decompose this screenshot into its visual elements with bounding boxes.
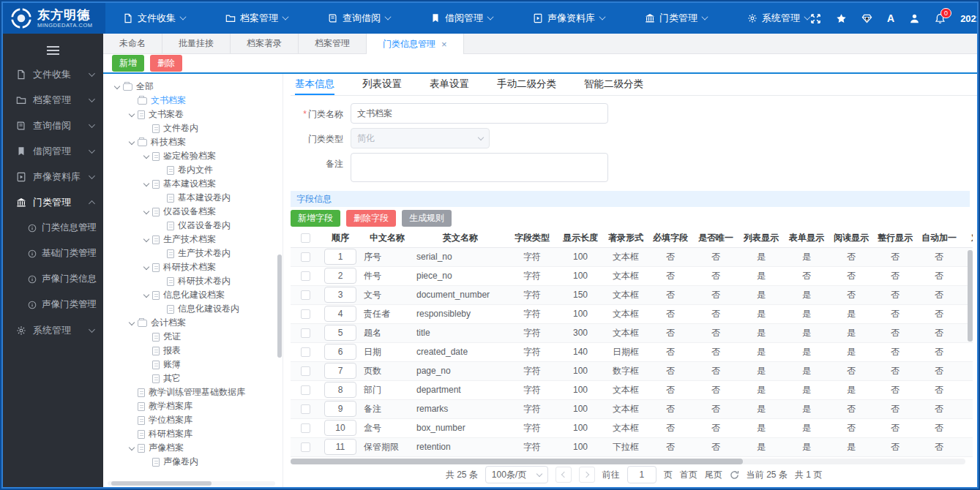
row-checkbox[interactable]	[301, 309, 310, 319]
row-checkbox[interactable]	[301, 385, 310, 395]
order-input[interactable]: 3	[324, 287, 356, 303]
row-checkbox[interactable]	[301, 271, 310, 281]
tree-node[interactable]: 信息化建设卷内	[106, 302, 275, 316]
tab-close-icon[interactable]: ×	[441, 39, 447, 49]
tab-batch-attach[interactable]: 批量挂接	[162, 34, 231, 53]
tree-node[interactable]: 生产技术档案	[106, 233, 275, 246]
sidebar-item-query-borrow[interactable]: 查询借阅	[3, 113, 103, 138]
add-button[interactable]: 新增	[112, 55, 144, 72]
tree-caret-icon[interactable]	[143, 236, 150, 244]
order-input[interactable]: 6	[324, 344, 356, 360]
page-size-select[interactable]: 100条/页	[485, 466, 548, 483]
add-field-button[interactable]: 新增字段	[291, 210, 340, 227]
row-checkbox[interactable]	[301, 290, 310, 300]
order-input[interactable]: 4	[324, 306, 356, 322]
sidebar-item-file-collect[interactable]: 文件收集	[3, 61, 103, 87]
row-checkbox[interactable]	[301, 423, 310, 433]
tree-caret-icon[interactable]	[143, 153, 150, 160]
tab-manual-subclass[interactable]: 手动二级分类	[497, 74, 556, 95]
tree-node[interactable]: 科研档案库	[106, 427, 275, 441]
first-page-link[interactable]: 首页	[680, 469, 697, 481]
tree-node[interactable]: 凭证	[106, 330, 275, 344]
tree-node[interactable]: 教学档案库	[106, 399, 275, 413]
tree-node[interactable]: 声像档案	[106, 441, 275, 455]
sidebar-item-category-manage[interactable]: 门类管理	[3, 189, 103, 215]
table-vertical-scrollbar[interactable]	[968, 248, 973, 457]
tree-node[interactable]: 文书档案	[106, 94, 275, 108]
tree-node[interactable]: 科研技术档案	[106, 260, 275, 274]
generate-rule-button[interactable]: 生成规则	[402, 210, 452, 227]
tree-node[interactable]: 科研技术卷内	[106, 274, 275, 288]
tree-node[interactable]: 仪器设备卷内	[106, 219, 275, 233]
tree-node[interactable]: 声像卷内	[106, 455, 275, 469]
tab-archive-catalog[interactable]: 档案著录	[231, 34, 299, 53]
tab-unnamed[interactable]: 未命名	[103, 34, 162, 53]
tab-form-settings[interactable]: 表单设置	[430, 74, 469, 95]
order-input[interactable]: 10	[324, 420, 356, 436]
tree-caret-icon[interactable]	[143, 292, 150, 299]
topnav-file-collect[interactable]: 文件收集	[123, 12, 186, 25]
sidebar-item-system-manage[interactable]: 系统管理	[3, 317, 103, 343]
topnav-query-borrow[interactable]: 查询借阅	[328, 12, 391, 25]
tab-archive-manage[interactable]: 档案管理	[299, 34, 367, 53]
tree-node[interactable]: 文件卷内	[106, 121, 275, 135]
table-horizontal-scrollbar[interactable]	[291, 459, 965, 464]
tab-list-settings[interactable]: 列表设置	[362, 74, 402, 95]
tree-caret-icon[interactable]	[128, 445, 135, 452]
order-input[interactable]: 5	[324, 325, 356, 341]
row-checkbox[interactable]	[301, 366, 310, 376]
tree-node[interactable]: 账簿	[106, 358, 275, 372]
category-type-select[interactable]: 简化	[351, 128, 490, 148]
tree-node[interactable]: 信息化建设档案	[106, 288, 275, 302]
gem-icon[interactable]	[861, 13, 872, 24]
fullscreen-icon[interactable]	[810, 13, 821, 24]
row-checkbox[interactable]	[301, 328, 310, 338]
tree-node[interactable]: 会计档案	[106, 316, 275, 330]
order-input[interactable]: 7	[324, 363, 356, 379]
delete-button[interactable]: 删除	[150, 55, 182, 72]
select-all-checkbox[interactable]	[301, 233, 310, 243]
tree-node[interactable]: 学位档案库	[106, 413, 275, 427]
notifications[interactable]: 0	[935, 13, 946, 24]
order-input[interactable]: 8	[324, 382, 356, 398]
tree-node[interactable]: 基本建设卷内	[106, 191, 275, 205]
page-number-input[interactable]	[627, 466, 657, 483]
tree-node[interactable]: 仪器设备档案	[106, 205, 275, 219]
tree-caret-icon[interactable]	[143, 208, 150, 216]
tree-node[interactable]: 文书案卷	[106, 108, 275, 121]
tree-node[interactable]: 基本建设档案	[106, 177, 275, 191]
font-size-icon[interactable]: A	[887, 13, 894, 24]
order-input[interactable]: 11	[324, 439, 356, 455]
order-input[interactable]: 9	[324, 401, 356, 417]
row-checkbox[interactable]	[301, 347, 310, 357]
tree-node[interactable]: 卷内文件	[106, 163, 275, 177]
refresh-icon[interactable]	[730, 470, 739, 480]
tree-caret-icon[interactable]	[128, 320, 135, 327]
order-input[interactable]: 2	[324, 268, 356, 284]
topnav-media-library[interactable]: 声像资料库	[533, 12, 605, 25]
sidebar-item-borrow-manage[interactable]: 借阅管理	[3, 138, 103, 164]
tab-smart-subclass[interactable]: 智能二级分类	[584, 74, 643, 95]
tree-caret-icon[interactable]	[113, 83, 121, 91]
row-checkbox[interactable]	[301, 404, 310, 414]
tree-caret-icon[interactable]	[128, 139, 135, 146]
tree-node[interactable]: 生产技术卷内	[106, 246, 275, 260]
tree-node[interactable]: 教学训练管理基础数据库	[106, 385, 275, 399]
tab-basic-info[interactable]: 基本信息	[295, 74, 334, 95]
topnav-system-manage[interactable]: 系统管理	[747, 12, 810, 25]
tree-horizontal-scrollbar[interactable]	[108, 481, 275, 486]
row-checkbox[interactable]	[301, 442, 310, 452]
sidebar-sub-media-category-manage[interactable]: 声像门类管理	[3, 292, 103, 317]
delete-field-button[interactable]: 删除字段	[346, 210, 396, 227]
tree-caret-icon[interactable]	[128, 111, 135, 118]
sidebar-sub-category-info[interactable]: 门类信息管理	[3, 215, 103, 241]
topnav-borrow-manage[interactable]: 借阅管理	[430, 12, 493, 25]
sidebar-sub-basic-category[interactable]: 基础门类管理	[3, 241, 103, 266]
tree-caret-icon[interactable]	[143, 264, 150, 271]
tree-node[interactable]: 全部	[106, 80, 275, 94]
order-input[interactable]: 1	[324, 249, 356, 265]
sidebar-sub-media-category-info[interactable]: 声像门类信息	[3, 266, 103, 292]
topnav-archive-manage[interactable]: 档案管理	[225, 12, 288, 25]
sidebar-item-media-library[interactable]: 声像资料库	[3, 164, 103, 189]
remark-textarea[interactable]	[351, 153, 608, 182]
